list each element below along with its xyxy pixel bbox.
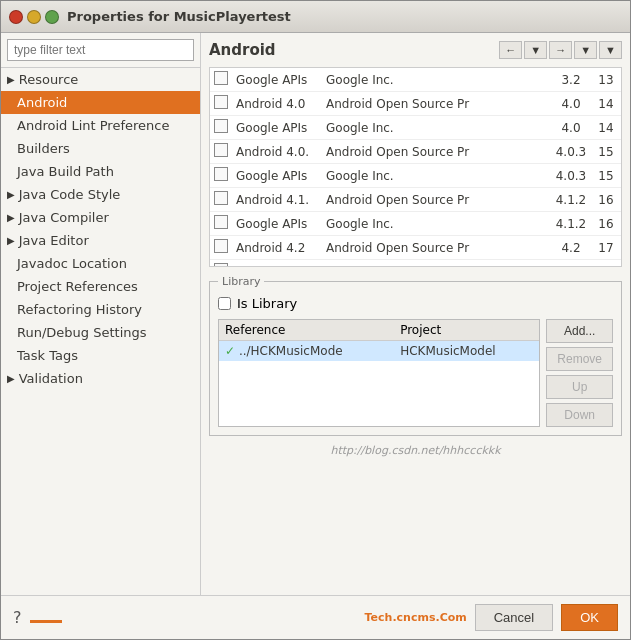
tech-watermark: Tech.cncms.Com (365, 611, 467, 624)
row-checkbox[interactable] (214, 239, 228, 253)
table-row[interactable]: Google APIs Google Inc. 3.2 13 (210, 68, 621, 92)
row-api: 15 (591, 164, 621, 188)
cancel-button[interactable]: Cancel (475, 604, 553, 631)
row-name: Google APIs (232, 164, 322, 188)
row-checkbox-cell[interactable] (210, 164, 232, 188)
ref-buttons: Add... Remove Up Down (546, 319, 613, 427)
sidebar-item-java-editor[interactable]: ▶Java Editor (1, 229, 200, 252)
row-name: Android 4.0 (232, 92, 322, 116)
row-version: 4.2 (551, 260, 591, 268)
row-checkbox[interactable] (214, 95, 228, 109)
is-library-row: Is Library (218, 296, 613, 311)
filter-input[interactable] (7, 39, 194, 61)
table-row[interactable]: Google APIs Google Inc. 4.2 17 (210, 260, 621, 268)
sidebar-item-label: Run/Debug Settings (17, 325, 147, 340)
sidebar-item-java-build-path[interactable]: Java Build Path (1, 160, 200, 183)
nav-back-button[interactable]: ← (499, 41, 522, 59)
sidebar-item-label: Validation (19, 371, 83, 386)
is-library-checkbox[interactable] (218, 297, 231, 310)
arrow-icon: ▶ (7, 235, 15, 246)
row-checkbox[interactable] (214, 215, 228, 229)
row-vendor: Android Open Source Pr (322, 140, 551, 164)
panel-title: Android (209, 41, 276, 59)
row-name: Android 4.1. (232, 188, 322, 212)
row-checkbox[interactable] (214, 119, 228, 133)
down-button[interactable]: Down (546, 403, 613, 427)
sidebar-item-label: Refactoring History (17, 302, 142, 317)
sidebar-item-android[interactable]: Android (1, 91, 200, 114)
add-button[interactable]: Add... (546, 319, 613, 343)
close-button[interactable] (9, 10, 23, 24)
titlebar: Properties for MusicPlayertest (1, 1, 630, 33)
bottom-left: ? (13, 608, 62, 627)
row-api: 15 (591, 140, 621, 164)
row-version: 4.1.2 (551, 212, 591, 236)
ref-table-row[interactable]: ✓ ../HCKMusicMode HCKMusicModel (219, 341, 539, 362)
api-table: Google APIs Google Inc. 3.2 13 Android 4… (210, 68, 621, 267)
sidebar-item-android-lint[interactable]: Android Lint Preference (1, 114, 200, 137)
properties-dialog: Properties for MusicPlayertest ▶Resource… (0, 0, 631, 640)
row-name: Google APIs (232, 68, 322, 92)
row-vendor: Google Inc. (322, 116, 551, 140)
row-checkbox-cell[interactable] (210, 188, 232, 212)
row-checkbox-cell[interactable] (210, 236, 232, 260)
table-row[interactable]: Android 4.2 Android Open Source Pr 4.2 1… (210, 236, 621, 260)
table-row[interactable]: Google APIs Google Inc. 4.0.3 15 (210, 164, 621, 188)
ref-table-container: Reference Project ✓ ../HCKMusicMode HCKM… (218, 319, 613, 427)
filter-box (1, 33, 200, 68)
sidebar-item-javadoc-location[interactable]: Javadoc Location (1, 252, 200, 275)
panel-toolbar: ← ▼ → ▼ ▼ (499, 41, 622, 59)
table-row[interactable]: Google APIs Google Inc. 4.0 14 (210, 116, 621, 140)
maximize-button[interactable] (45, 10, 59, 24)
sidebar-item-label: Javadoc Location (17, 256, 127, 271)
bottom-tab-1[interactable] (30, 612, 62, 623)
row-api: 16 (591, 212, 621, 236)
minimize-button[interactable] (27, 10, 41, 24)
row-checkbox-cell[interactable] (210, 260, 232, 268)
row-api: 16 (591, 188, 621, 212)
sidebar-item-java-compiler[interactable]: ▶Java Compiler (1, 206, 200, 229)
table-row[interactable]: Google APIs Google Inc. 4.1.2 16 (210, 212, 621, 236)
row-checkbox[interactable] (214, 71, 228, 85)
sidebar-item-label: Project References (17, 279, 138, 294)
sidebar-item-builders[interactable]: Builders (1, 137, 200, 160)
sidebar-item-run-debug-settings[interactable]: Run/Debug Settings (1, 321, 200, 344)
ref-table: Reference Project ✓ ../HCKMusicMode HCKM… (219, 320, 539, 361)
sidebar-item-resource[interactable]: ▶Resource (1, 68, 200, 91)
ref-table-inner: Reference Project ✓ ../HCKMusicMode HCKM… (218, 319, 540, 427)
sidebar-item-label: Android (17, 95, 67, 110)
sidebar-item-validation[interactable]: ▶Validation (1, 367, 200, 390)
sidebar-item-label: Java Editor (19, 233, 89, 248)
row-checkbox[interactable] (214, 167, 228, 181)
row-api: 14 (591, 116, 621, 140)
row-checkbox-cell[interactable] (210, 140, 232, 164)
row-version: 3.2 (551, 68, 591, 92)
sidebar-item-task-tags[interactable]: Task Tags (1, 344, 200, 367)
ok-button[interactable]: OK (561, 604, 618, 631)
table-row[interactable]: Android 4.1. Android Open Source Pr 4.1.… (210, 188, 621, 212)
up-button[interactable]: Up (546, 375, 613, 399)
row-checkbox-cell[interactable] (210, 68, 232, 92)
row-checkbox-cell[interactable] (210, 116, 232, 140)
sidebar-item-project-references[interactable]: Project References (1, 275, 200, 298)
row-version: 4.2 (551, 236, 591, 260)
nav-menu-button[interactable]: ▼ (599, 41, 622, 59)
row-version: 4.0 (551, 92, 591, 116)
sidebar-item-java-code-style[interactable]: ▶Java Code Style (1, 183, 200, 206)
library-legend: Library (218, 275, 264, 288)
table-row[interactable]: Android 4.0 Android Open Source Pr 4.0 1… (210, 92, 621, 116)
help-icon[interactable]: ? (13, 608, 22, 627)
nav-forward-dropdown[interactable]: ▼ (574, 41, 597, 59)
sidebar-item-label: Java Build Path (17, 164, 114, 179)
remove-button[interactable]: Remove (546, 347, 613, 371)
sidebar-item-refactoring-history[interactable]: Refactoring History (1, 298, 200, 321)
row-checkbox-cell[interactable] (210, 212, 232, 236)
nav-dropdown-button[interactable]: ▼ (524, 41, 547, 59)
row-checkbox[interactable] (214, 263, 228, 267)
nav-forward-button[interactable]: → (549, 41, 572, 59)
api-table-container: Google APIs Google Inc. 3.2 13 Android 4… (209, 67, 622, 267)
row-checkbox-cell[interactable] (210, 92, 232, 116)
row-checkbox[interactable] (214, 191, 228, 205)
table-row[interactable]: Android 4.0. Android Open Source Pr 4.0.… (210, 140, 621, 164)
row-checkbox[interactable] (214, 143, 228, 157)
